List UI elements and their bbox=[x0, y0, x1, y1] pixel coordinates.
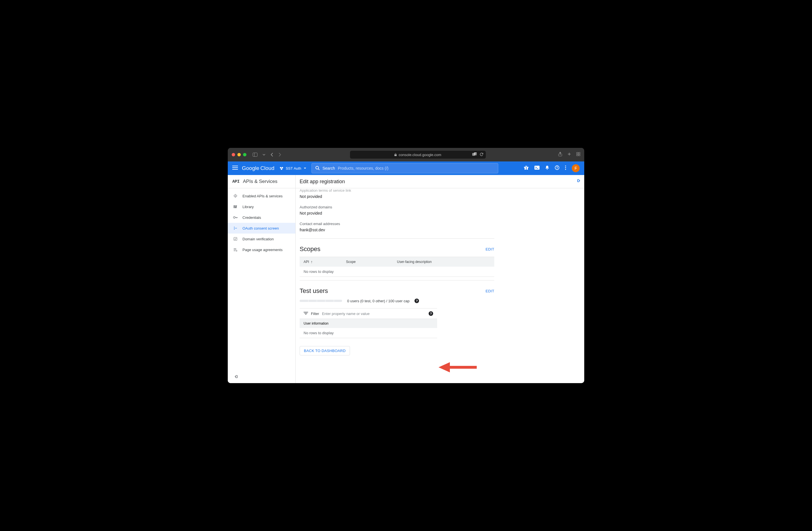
cloud-shell-icon[interactable] bbox=[534, 166, 539, 171]
sidebar-item-library[interactable]: Library bbox=[228, 201, 295, 212]
filter-label: Filter bbox=[311, 312, 319, 316]
field-value-domains: Not provided bbox=[300, 211, 580, 216]
field-label-domains: Authorized domains bbox=[300, 205, 580, 209]
svg-rect-29 bbox=[235, 205, 236, 208]
sidebar-item-label: Enabled APIs & services bbox=[243, 194, 282, 198]
help-icon[interactable]: ? bbox=[415, 299, 419, 303]
help-icon[interactable]: ? bbox=[555, 165, 559, 171]
gcp-header: Google Cloud SST Auth Search Products, r… bbox=[228, 161, 584, 175]
sidebar-item-enabled-apis[interactable]: Enabled APIs & services bbox=[228, 191, 295, 201]
project-name: SST Auth bbox=[286, 166, 301, 171]
svg-marker-51 bbox=[438, 362, 450, 372]
window-maximize-button[interactable] bbox=[243, 153, 246, 156]
svg-rect-18 bbox=[526, 167, 526, 169]
column-description[interactable]: User-facing description bbox=[397, 260, 490, 264]
page-title-text: Edit app registration bbox=[300, 179, 345, 185]
svg-rect-19 bbox=[534, 166, 539, 169]
field-value-contact: frank@sst.dev bbox=[300, 227, 580, 232]
svg-rect-28 bbox=[234, 205, 234, 208]
consent-icon bbox=[233, 226, 238, 230]
sidebar-item-domain-verification[interactable]: Domain verification bbox=[228, 234, 295, 244]
field-label-contact: Contact email addresses bbox=[300, 222, 580, 226]
sidebar-item-page-usage[interactable]: Page usage agreements bbox=[228, 244, 295, 255]
sidebar-item-label: Credentials bbox=[243, 216, 261, 220]
avatar[interactable]: F bbox=[572, 164, 580, 172]
svg-text:A: A bbox=[475, 153, 477, 155]
search-icon bbox=[315, 166, 320, 171]
chevron-down-icon[interactable] bbox=[263, 154, 265, 156]
svg-text:?: ? bbox=[556, 166, 558, 169]
annotation-arrow-icon bbox=[437, 360, 480, 374]
back-to-dashboard-button[interactable]: BACK TO DASHBOARD bbox=[300, 346, 350, 355]
collapse-panel-icon[interactable] bbox=[577, 178, 581, 184]
sidebar-item-credentials[interactable]: Credentials bbox=[228, 212, 295, 223]
svg-point-23 bbox=[565, 165, 566, 166]
gcp-logo[interactable]: Google Cloud bbox=[242, 165, 274, 171]
collapse-sidebar-icon[interactable] bbox=[234, 375, 238, 380]
search-box[interactable]: Search Products, resources, docs (/) bbox=[311, 163, 498, 173]
gcp-logo-google: Google bbox=[242, 165, 259, 171]
help-icon[interactable]: ? bbox=[429, 311, 433, 316]
sidebar-item-oauth-consent[interactable]: OAuth consent screen bbox=[228, 223, 295, 234]
bell-icon[interactable] bbox=[545, 165, 549, 171]
svg-rect-7 bbox=[577, 152, 578, 154]
gcp-logo-cloud: Cloud bbox=[260, 165, 274, 171]
svg-point-12 bbox=[281, 167, 283, 168]
svg-point-27 bbox=[235, 196, 236, 196]
scopes-table: API ↑ Scope User-facing description No r… bbox=[300, 257, 494, 277]
user-cap-progress bbox=[300, 300, 342, 302]
sort-asc-icon[interactable]: ↑ bbox=[311, 260, 313, 264]
svg-point-44 bbox=[236, 250, 237, 251]
search-label: Search bbox=[322, 166, 335, 171]
column-scope[interactable]: Scope bbox=[346, 260, 397, 264]
svg-rect-39 bbox=[234, 229, 234, 230]
scopes-empty-row: No rows to display bbox=[300, 267, 494, 277]
sidebar-title-text: APIs & Services bbox=[243, 179, 278, 185]
new-tab-icon[interactable] bbox=[567, 152, 571, 157]
svg-point-11 bbox=[280, 167, 281, 168]
reload-icon[interactable] bbox=[480, 152, 483, 157]
svg-point-14 bbox=[316, 166, 319, 169]
address-bar-url: console.cloud.google.com bbox=[398, 153, 441, 157]
svg-line-15 bbox=[318, 169, 319, 170]
svg-rect-2 bbox=[394, 154, 397, 156]
svg-rect-36 bbox=[235, 228, 236, 228]
user-cap-row: 0 users (0 test, 0 other) / 100 user cap… bbox=[300, 299, 494, 303]
avatar-initial: F bbox=[575, 166, 577, 171]
sidebar-item-label: Page usage agreements bbox=[243, 248, 282, 252]
svg-point-13 bbox=[281, 168, 282, 169]
share-icon[interactable] bbox=[558, 152, 562, 158]
svg-rect-0 bbox=[253, 153, 258, 157]
sidebar-toggle-icon[interactable] bbox=[253, 153, 258, 157]
project-picker[interactable]: SST Auth bbox=[278, 165, 307, 172]
address-bar[interactable]: console.cloud.google.com A bbox=[350, 151, 486, 159]
back-icon[interactable] bbox=[271, 153, 273, 157]
tab-overview-icon[interactable] bbox=[576, 152, 580, 157]
translate-icon[interactable]: A bbox=[472, 152, 477, 157]
browser-titlebar: console.cloud.google.com A bbox=[228, 148, 584, 161]
forward-icon[interactable] bbox=[278, 153, 281, 157]
field-label-tos: Application terms of service link bbox=[300, 188, 580, 193]
column-user-info[interactable]: User information bbox=[300, 319, 437, 328]
window-close-button[interactable] bbox=[232, 153, 235, 156]
filter-placeholder: Enter property name or value bbox=[322, 312, 426, 316]
edit-test-users-button[interactable]: EDIT bbox=[485, 289, 494, 293]
menu-icon[interactable] bbox=[232, 166, 238, 171]
gift-icon[interactable] bbox=[524, 165, 529, 171]
edit-scopes-button[interactable]: EDIT bbox=[485, 247, 494, 251]
sidebar-title[interactable]: API APIs & Services bbox=[228, 175, 295, 188]
key-icon bbox=[233, 216, 238, 219]
filter-row[interactable]: Filter Enter property name or value ? bbox=[300, 308, 437, 319]
page-title: Edit app registration bbox=[296, 175, 584, 188]
svg-point-25 bbox=[565, 169, 566, 169]
svg-rect-9 bbox=[577, 154, 578, 156]
field-value-tos: Not provided bbox=[300, 194, 580, 199]
sidebar-item-label: OAuth consent screen bbox=[243, 226, 279, 231]
search-placeholder: Products, resources, docs (/) bbox=[338, 166, 389, 171]
section-title-test-users: Test users bbox=[300, 287, 328, 295]
more-icon[interactable] bbox=[565, 165, 566, 171]
column-api[interactable]: API bbox=[304, 260, 309, 264]
window-minimize-button[interactable] bbox=[237, 153, 241, 156]
check-badge-icon bbox=[233, 237, 238, 241]
user-cap-text: 0 users (0 test, 0 other) / 100 user cap bbox=[347, 299, 409, 303]
